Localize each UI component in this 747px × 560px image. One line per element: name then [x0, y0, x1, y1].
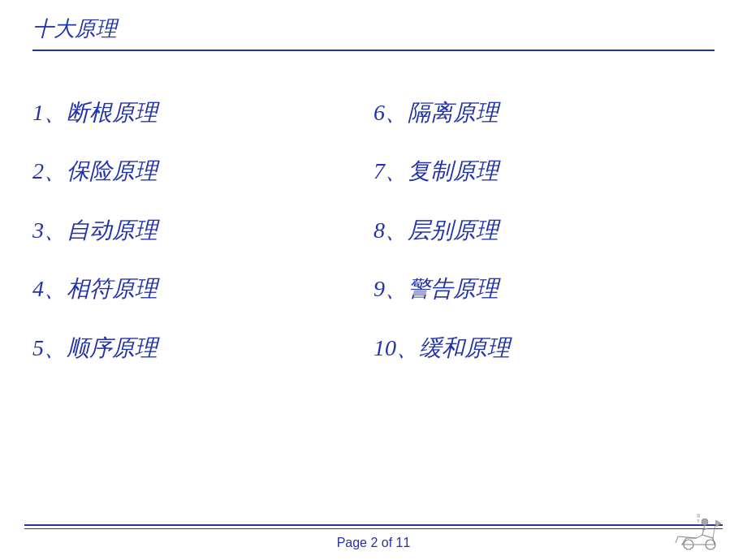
logo-area: 質 管 [674, 512, 723, 556]
principle-left-4: 4、相符原理 [32, 260, 374, 318]
logo-icon: 質 管 [674, 512, 723, 553]
footer-content: Page 2 of 11 [0, 529, 747, 560]
svg-text:管: 管 [697, 519, 700, 523]
principle-right-9: 9、警告原理 [374, 260, 715, 318]
svg-point-0 [702, 519, 708, 525]
principle-left-2: 2、保险原理 [32, 142, 374, 200]
principle-left-5: 5、顺序原理 [32, 319, 374, 377]
right-column: 6、隔离原理7、复制原理8、层别原理9、警告原理10、缓和原理 [374, 84, 715, 377]
header: 十大原理 [0, 0, 747, 59]
principle-left-1: 1、断根原理 [32, 84, 374, 142]
footer-line-top [24, 524, 723, 526]
principle-right-8: 8、层别原理 [374, 201, 715, 260]
page-info: Page 2 of 11 [337, 536, 411, 550]
svg-line-7 [676, 536, 678, 543]
principle-right-7: 7、复制原理 [374, 142, 715, 200]
footer: Page 2 of 11 [0, 524, 747, 560]
page-title: 十大原理 [32, 15, 715, 43]
principle-right-10: 10、缓和原理 [374, 319, 715, 377]
svg-line-3 [702, 528, 708, 530]
principle-right-6: 6、隔离原理 [374, 84, 715, 142]
svg-line-2 [697, 535, 702, 538]
svg-text:質: 質 [697, 513, 701, 518]
principle-left-3: 3、自动原理 [32, 201, 374, 260]
svg-line-8 [713, 520, 716, 538]
header-divider [32, 50, 715, 51]
left-column: 1、断根原理2、保险原理3、自动原理4、相符原理5、顺序原理 [32, 84, 374, 377]
page-container: 十大原理 1、断根原理2、保险原理3、自动原理4、相符原理5、顺序原理 6、隔离… [0, 0, 747, 560]
main-content: 1、断根原理2、保险原理3、自动原理4、相符原理5、顺序原理 6、隔离原理7、复… [0, 59, 747, 394]
